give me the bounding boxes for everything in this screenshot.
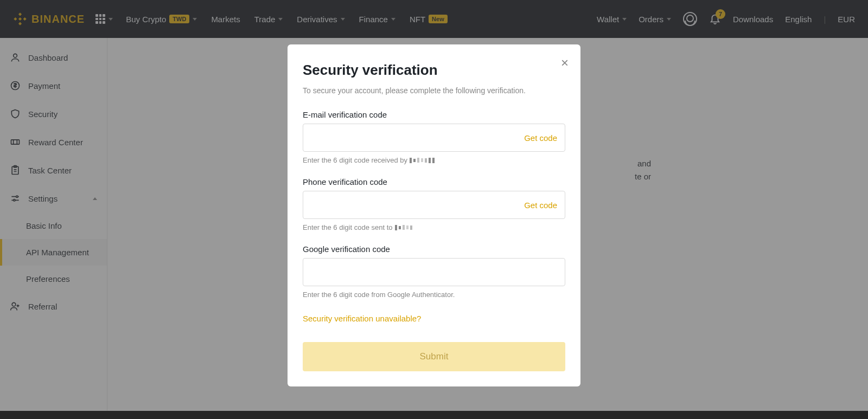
email-code-hint: Enter the 6 digit code received by	[303, 156, 565, 164]
hint-text: Enter the 6 digit code from Google Authe…	[303, 291, 455, 299]
google-code-group: Google verification code Enter the 6 dig…	[303, 244, 565, 299]
google-code-label: Google verification code	[303, 244, 565, 254]
modal-title: Security verification	[303, 62, 565, 79]
modal-overlay: × Security verification To secure your a…	[0, 0, 868, 419]
email-code-label: E-mail verification code	[303, 110, 565, 119]
hint-text: Enter the 6 digit code sent to	[303, 223, 393, 231]
hint-text: Enter the 6 digit code received by	[303, 156, 407, 164]
phone-code-input-wrap: Get code	[303, 191, 565, 219]
email-code-input[interactable]	[311, 133, 524, 143]
google-code-hint: Enter the 6 digit code from Google Authe…	[303, 291, 565, 299]
email-code-group: E-mail verification code Get code Enter …	[303, 110, 565, 164]
phone-code-group: Phone verification code Get code Enter t…	[303, 177, 565, 231]
google-code-input[interactable]	[311, 268, 557, 277]
redacted-email	[410, 158, 435, 163]
modal-subtitle: To secure your account, please complete …	[303, 86, 565, 95]
redacted-phone	[395, 225, 412, 230]
phone-code-label: Phone verification code	[303, 177, 565, 186]
security-verification-modal: × Security verification To secure your a…	[288, 44, 580, 386]
get-email-code-button[interactable]: Get code	[524, 133, 557, 143]
email-code-input-wrap: Get code	[303, 124, 565, 152]
close-button[interactable]: ×	[561, 56, 569, 69]
verification-unavailable-link[interactable]: Security verification unavailable?	[303, 314, 421, 323]
submit-button[interactable]: Submit	[303, 342, 565, 371]
get-phone-code-button[interactable]: Get code	[524, 201, 557, 210]
phone-code-input[interactable]	[311, 201, 524, 210]
phone-code-hint: Enter the 6 digit code sent to	[303, 223, 565, 231]
google-code-input-wrap	[303, 258, 565, 286]
